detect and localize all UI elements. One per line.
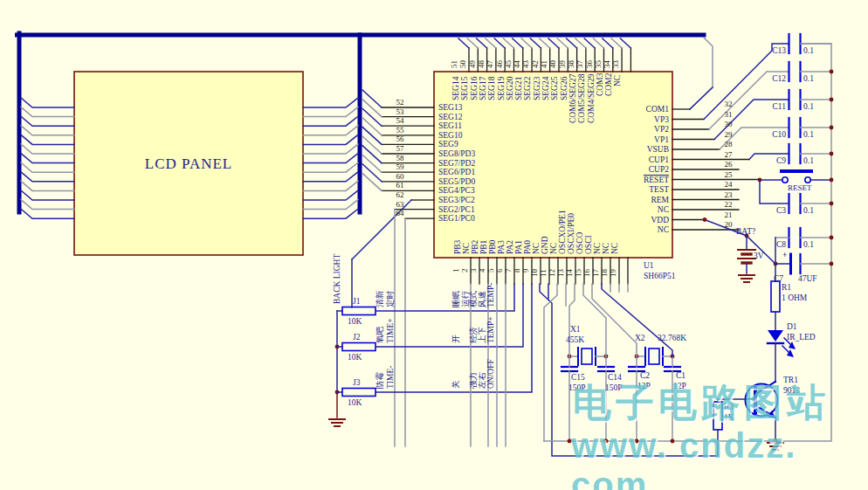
resistor-r3 — [713, 402, 722, 430]
jumper-j3 — [342, 389, 375, 397]
crystal-x2 — [649, 349, 659, 364]
schematic-wires — [0, 0, 868, 490]
junction-dot — [703, 217, 707, 222]
crystal-x1 — [582, 349, 592, 364]
transistor-tr1 — [746, 384, 778, 417]
junction-dot — [830, 70, 834, 74]
junction-dot — [830, 236, 834, 240]
jumper-j2 — [342, 343, 375, 351]
schematic-page: LCD PANEL U1 SH66P51 BACK LIGHT BAT? 3V … — [0, 0, 868, 490]
junction-dot — [830, 152, 834, 156]
reset-switch — [782, 177, 788, 183]
junction-dot — [671, 439, 675, 444]
junction-dot — [568, 439, 572, 444]
led-d1 — [768, 330, 783, 342]
junction-dot — [830, 126, 834, 130]
jumper-j1 — [342, 307, 375, 315]
lcd-panel — [74, 72, 303, 255]
junction-dot — [830, 98, 834, 102]
junction-dot — [830, 178, 834, 183]
junction-dot — [635, 439, 639, 444]
junction-dot — [604, 439, 609, 444]
resistor-r1 — [771, 281, 780, 312]
junction-dot — [830, 202, 834, 206]
junction-dot — [830, 262, 834, 266]
ic-body — [434, 72, 672, 258]
